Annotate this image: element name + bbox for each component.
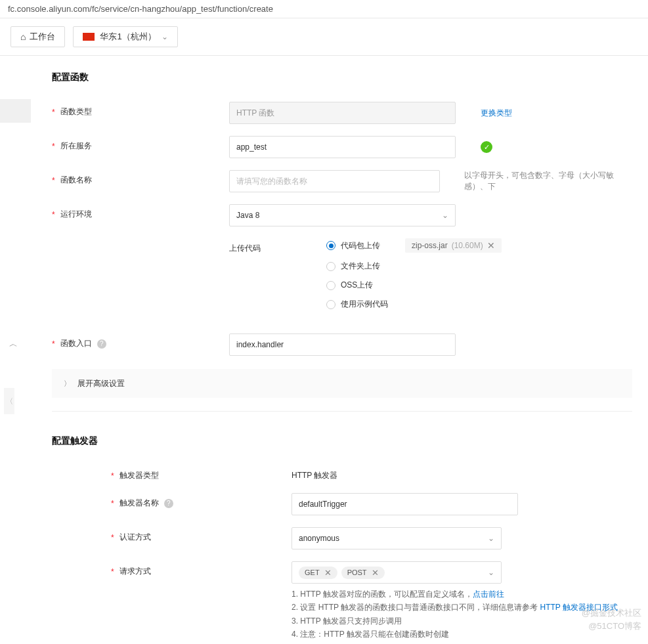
label-request-method: *请求方式 bbox=[111, 561, 292, 577]
divider bbox=[52, 411, 632, 412]
request-method-select[interactable]: GET ✕ POST ✕ ⌄ bbox=[292, 561, 502, 584]
url-text: fc.console.aliyun.com/fc/service/cn-hang… bbox=[8, 4, 273, 14]
function-name-hint: 以字母开头，可包含数字、字母（大小写敏感）、下 bbox=[464, 170, 632, 192]
home-icon: ⌂ bbox=[20, 32, 26, 42]
remove-tag-icon[interactable]: ✕ bbox=[372, 568, 379, 578]
label-function-type: *函数类型 bbox=[52, 102, 229, 118]
collapse-left-icon[interactable]: 〈 bbox=[4, 388, 14, 414]
function-name-input[interactable] bbox=[229, 170, 440, 192]
chevron-down-icon: ⌄ bbox=[162, 32, 168, 41]
radio-sample[interactable]: 使用示例代码 bbox=[326, 299, 632, 310]
chevron-down-icon: ⌄ bbox=[488, 568, 494, 577]
method-tag-get: GET ✕ bbox=[299, 567, 337, 579]
section-configure-trigger: 配置触发器 bbox=[52, 435, 632, 447]
top-bar: ⌂ 工作台 华东1（杭州） ⌄ bbox=[0, 18, 648, 56]
radio-icon bbox=[326, 262, 335, 271]
collapse-up-icon[interactable]: ︿ bbox=[9, 338, 18, 350]
radio-icon bbox=[326, 300, 335, 309]
label-entrypoint: *函数入口 ? bbox=[52, 333, 229, 349]
workbench-label: 工作台 bbox=[30, 31, 55, 43]
radio-oss[interactable]: OSS上传 bbox=[326, 280, 632, 291]
flag-icon bbox=[83, 33, 95, 41]
change-type-link[interactable]: 更换类型 bbox=[481, 108, 512, 119]
radio-code-package[interactable]: 代码包上传 zip-oss.jar (10.60M) ✕ bbox=[326, 238, 632, 253]
remove-tag-icon[interactable]: ✕ bbox=[324, 568, 332, 578]
url-bar: fc.console.aliyun.com/fc/service/cn-hang… bbox=[0, 0, 648, 18]
uploaded-file-chip: zip-oss.jar (10.60M) ✕ bbox=[405, 238, 502, 253]
label-auth-type: *认证方式 bbox=[111, 527, 292, 543]
region-label: 华东1（杭州） bbox=[100, 31, 156, 43]
sidebar-active-tab[interactable] bbox=[0, 99, 31, 123]
label-trigger-type: *触发器类型 bbox=[111, 465, 292, 481]
chevron-down-icon: ⌄ bbox=[442, 211, 448, 220]
label-runtime: *运行环境 bbox=[52, 204, 229, 220]
function-type-input bbox=[229, 102, 456, 124]
remove-file-icon[interactable]: ✕ bbox=[487, 240, 495, 251]
help-icon[interactable]: ? bbox=[164, 499, 173, 508]
chevron-right-icon: 〉 bbox=[64, 379, 71, 389]
region-selector[interactable]: 华东1（杭州） ⌄ bbox=[73, 26, 177, 47]
label-trigger-name: *触发器名称 ? bbox=[111, 493, 292, 509]
service-input[interactable] bbox=[229, 136, 456, 158]
label-upload-code: 上传代码 bbox=[52, 238, 261, 254]
auth-type-select[interactable]: anonymous ⌄ bbox=[292, 527, 502, 549]
check-ok-icon: ✓ bbox=[481, 141, 492, 153]
trigger-type-value: HTTP 触发器 bbox=[292, 470, 337, 481]
expand-advanced-button[interactable]: 〉 展开高级设置 bbox=[52, 369, 632, 398]
label-service: *所在服务 bbox=[52, 136, 229, 152]
left-sidebar: ︿ 〈 bbox=[0, 56, 31, 644]
label-function-name: *函数名称 bbox=[52, 170, 229, 186]
goto-domain-link[interactable]: 点击前往 bbox=[473, 590, 504, 599]
runtime-select[interactable]: Java 8 ⌄ bbox=[229, 204, 456, 226]
method-tag-post: POST ✕ bbox=[341, 567, 385, 579]
http-trigger-form-link[interactable]: HTTP 触发器接口形式 bbox=[540, 603, 617, 612]
entrypoint-input[interactable] bbox=[229, 333, 456, 356]
trigger-name-input[interactable] bbox=[292, 493, 518, 515]
radio-icon bbox=[326, 281, 335, 290]
chevron-down-icon: ⌄ bbox=[488, 534, 494, 543]
workbench-button[interactable]: ⌂ 工作台 bbox=[11, 26, 65, 47]
help-icon[interactable]: ? bbox=[97, 339, 106, 349]
section-configure-function: 配置函数 bbox=[52, 72, 632, 83]
radio-folder[interactable]: 文件夹上传 bbox=[326, 261, 632, 272]
radio-icon bbox=[326, 241, 335, 250]
trigger-notes: 1. HTTP 触发器对应的函数，可以配置自定义域名，点击前往 2. 设置 HT… bbox=[292, 588, 632, 641]
